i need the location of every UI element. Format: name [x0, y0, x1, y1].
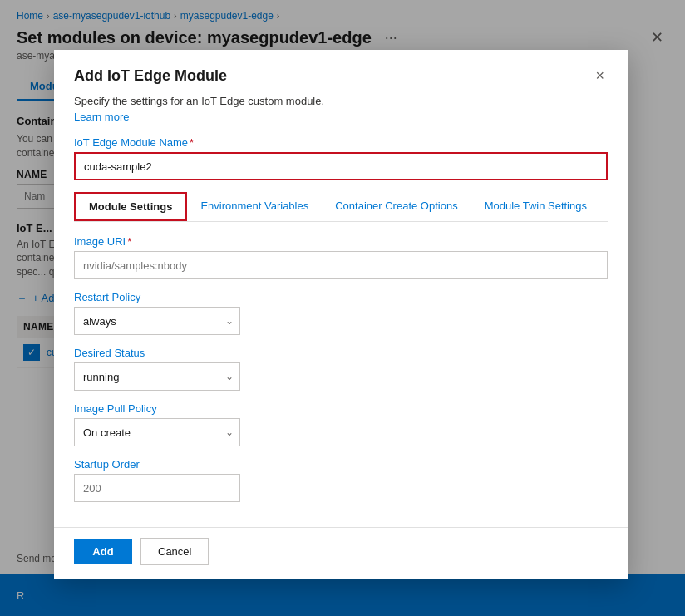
tab-module-settings[interactable]: Module Settings	[74, 192, 187, 221]
startup-order-field: Startup Order	[74, 458, 608, 502]
module-name-field: IoT Edge Module Name*	[74, 136, 608, 180]
desired-status-select[interactable]: running stopped	[74, 362, 240, 391]
modal-description: Specify the settings for an IoT Edge cus…	[74, 95, 608, 107]
modal-body: Specify the settings for an IoT Edge cus…	[54, 95, 628, 527]
restart-policy-select[interactable]: always never on-failure on-unhealthy	[74, 307, 240, 335]
restart-policy-field: Restart Policy always never on-failure o…	[74, 291, 608, 335]
module-name-label: IoT Edge Module Name*	[74, 136, 608, 149]
add-button[interactable]: Add	[74, 539, 132, 564]
desired-status-label: Desired Status	[74, 347, 608, 359]
image-pull-policy-field: Image Pull Policy On create Never ⌄	[74, 402, 608, 446]
restart-policy-label: Restart Policy	[74, 291, 608, 303]
add-iot-module-modal: Add IoT Edge Module × Specify the settin…	[54, 50, 628, 579]
restart-policy-wrapper: always never on-failure on-unhealthy ⌄	[74, 307, 240, 335]
modal-footer: Add Cancel	[54, 527, 628, 579]
modal-tabs: Module Settings Environment Variables Co…	[74, 192, 608, 222]
modal-title: Add IoT Edge Module	[74, 67, 227, 85]
image-uri-field: Image URI*	[74, 235, 608, 279]
image-uri-required: *	[127, 235, 131, 248]
cancel-button[interactable]: Cancel	[140, 538, 209, 565]
required-indicator: *	[190, 136, 194, 149]
modal-close-button[interactable]: ×	[592, 67, 608, 85]
tab-environment-variables[interactable]: Environment Variables	[187, 192, 322, 221]
modal-header: Add IoT Edge Module ×	[54, 50, 628, 95]
startup-order-label: Startup Order	[74, 458, 608, 471]
tab-container-create-options[interactable]: Container Create Options	[322, 192, 471, 221]
startup-order-input[interactable]	[74, 474, 240, 502]
desired-status-wrapper: running stopped ⌄	[74, 362, 240, 391]
image-uri-input[interactable]	[74, 251, 608, 279]
image-pull-policy-select[interactable]: On create Never	[74, 418, 240, 446]
tab-module-twin-settings[interactable]: Module Twin Settings	[471, 192, 600, 221]
image-uri-label: Image URI*	[74, 235, 608, 248]
image-pull-policy-label: Image Pull Policy	[74, 402, 608, 415]
module-name-input[interactable]	[74, 152, 608, 180]
learn-more-link[interactable]: Learn more	[74, 111, 129, 123]
image-pull-policy-wrapper: On create Never ⌄	[74, 418, 240, 446]
desired-status-field: Desired Status running stopped ⌄	[74, 347, 608, 391]
